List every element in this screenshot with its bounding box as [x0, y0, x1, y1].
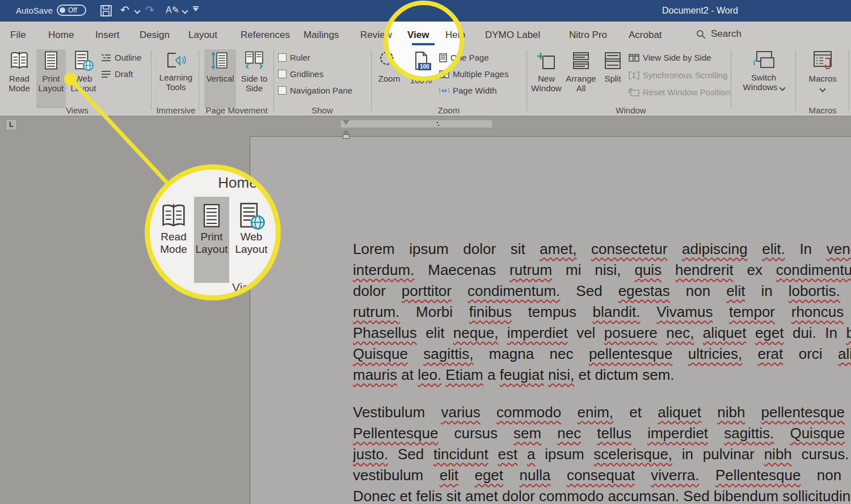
- arrange-all-icon: [571, 49, 591, 72]
- one-page-button[interactable]: One Page: [439, 53, 489, 62]
- text-line: interdum. Maecenas rutrum mi nisi, quis …: [353, 261, 851, 282]
- paragraph: Vestibulum varius commodo enim, et aliqu…: [353, 404, 851, 504]
- group-window: New Window Arrange All Split: [529, 48, 795, 115]
- first-line-indent-marker[interactable]: [343, 120, 349, 125]
- text-line: rutrum. Morbi finibus tempus blandit. Vi…: [353, 303, 851, 324]
- autosave-toggle[interactable]: Off: [57, 5, 86, 16]
- tab-design[interactable]: Design: [140, 29, 170, 41]
- tab-dymo-label[interactable]: DYMO Label: [485, 29, 540, 41]
- multiple-pages-button[interactable]: Multiple Pages: [439, 69, 508, 79]
- text-line: Quisque sagittis, magna nec pellentesque…: [353, 345, 851, 366]
- web-layout-button[interactable]: Web Layout: [68, 49, 99, 93]
- tab-insert[interactable]: Insert: [95, 29, 120, 41]
- text-line: vestibulum elit eget nulla consequat viv…: [353, 467, 851, 488]
- tab-view[interactable]: View: [407, 29, 429, 41]
- new-window-button[interactable]: New Window: [530, 49, 563, 93]
- vertical-button[interactable]: Vertical: [204, 49, 236, 108]
- reset-window-position-button: Reset Window Position: [629, 87, 730, 97]
- autosave-label: AutoSave: [16, 6, 53, 15]
- read-mode-button[interactable]: Read Mode: [5, 49, 34, 93]
- ruler-checkbox[interactable]: [278, 53, 287, 62]
- ruler-tick: [438, 125, 439, 126]
- text-line: Lorem ipsum dolor sit amet, consectetur …: [353, 240, 851, 261]
- tab-mailings[interactable]: Mailings: [304, 29, 339, 41]
- page-width-button[interactable]: Page Width: [439, 86, 497, 95]
- ink-dropdown-icon[interactable]: [182, 7, 188, 14]
- text-line: mauris at leo. Etiam a feugiat nisi, et …: [353, 366, 851, 387]
- tab-review[interactable]: Review: [360, 29, 392, 41]
- navigation-pane-checkbox[interactable]: [278, 86, 287, 95]
- group-label-page-movement: Page Movement: [201, 105, 272, 115]
- tab-help[interactable]: Help: [445, 29, 465, 41]
- tab-home[interactable]: Home: [48, 29, 74, 41]
- active-tab-underline: [412, 43, 435, 45]
- outline-icon: [101, 54, 111, 62]
- text-line: justo. Sed tincidunt est a ipsum sceleri…: [353, 446, 851, 467]
- save-icon[interactable]: [100, 5, 112, 17]
- gridlines-checkbox[interactable]: [278, 70, 287, 78]
- tab-references[interactable]: References: [241, 29, 290, 41]
- customize-quick-access-icon[interactable]: [193, 8, 199, 11]
- tab-file[interactable]: File: [10, 29, 26, 41]
- group-label-window: Window: [529, 105, 733, 115]
- side-to-side-button[interactable]: Side to Side: [238, 49, 270, 93]
- callout-web-layout-button: Web Layout: [231, 201, 271, 256]
- group-label-show: Show: [276, 105, 369, 115]
- zoom-icon: [378, 49, 400, 72]
- search-field[interactable]: Search: [696, 28, 742, 40]
- web-layout-icon: [73, 49, 94, 72]
- text-line: Phasellus elit neque, imperdiet vel posu…: [353, 324, 851, 345]
- callout-print-layout-icon: [199, 201, 224, 231]
- draft-button[interactable]: Draft: [101, 69, 133, 79]
- callout-read-mode-button: Read Mode: [155, 201, 192, 256]
- outline-button[interactable]: Outline: [101, 53, 142, 62]
- multiple-pages-icon: [439, 70, 449, 78]
- left-indent-marker[interactable]: [343, 134, 349, 139]
- split-button[interactable]: Split: [600, 49, 625, 83]
- tab-stop-selector[interactable]: L: [6, 119, 17, 130]
- draft-icon: [101, 70, 111, 78]
- learning-tools-button[interactable]: Learning Tools: [158, 49, 194, 92]
- reset-window-position-icon: [629, 88, 639, 96]
- group-label-zoom: Zoom: [373, 105, 524, 115]
- title-bar: AutoSave Off ↶ ↷ A✎ Document2 - Word: [0, 0, 851, 22]
- hanging-indent-marker[interactable]: [343, 129, 349, 134]
- print-layout-button[interactable]: Print Layout: [36, 49, 66, 108]
- view-side-by-side-icon: [629, 54, 639, 62]
- undo-icon[interactable]: ↶: [120, 3, 129, 16]
- group-label-views: Views: [5, 105, 150, 115]
- switch-windows-button[interactable]: Switch Windows: [735, 49, 792, 92]
- macros-dropdown-icon: [819, 86, 825, 92]
- zoom-100-button[interactable]: 100 100%: [406, 49, 436, 85]
- tab-acrobat[interactable]: Acrobat: [629, 29, 662, 41]
- group-immersive: Learning Tools Immersive: [153, 48, 199, 115]
- macros-button[interactable]: Macros: [800, 49, 845, 93]
- synchronous-scrolling-button: Synchronous Scrolling: [629, 70, 727, 80]
- zoom-button[interactable]: Zoom: [374, 49, 404, 83]
- gridlines-checkbox-row[interactable]: Gridlines: [278, 69, 323, 79]
- document-body-text[interactable]: Lorem ipsum dolor sit amet, consectetur …: [353, 240, 851, 504]
- ruler-tick: [437, 122, 438, 123]
- print-layout-icon: [41, 49, 61, 72]
- ruler-checkbox-row[interactable]: Ruler: [278, 53, 310, 62]
- tab-layout[interactable]: Layout: [188, 29, 217, 41]
- toggle-knob-icon: [60, 7, 65, 13]
- views-magnifier-callout: Home Read Mode Print Layout Web Layout V…: [145, 164, 281, 300]
- ribbon-tab-row: File Home Insert Design Layout Reference…: [0, 22, 851, 48]
- arrange-all-button[interactable]: Arrange All: [564, 49, 598, 93]
- macros-icon: [812, 49, 833, 72]
- navigation-pane-checkbox-row[interactable]: Navigation Pane: [278, 86, 352, 95]
- callout-print-layout-button: Print Layout: [194, 197, 229, 283]
- new-window-icon: [536, 49, 557, 72]
- callout-read-mode-icon: [160, 201, 187, 231]
- group-zoom: Zoom 100 100% One Page: [373, 48, 524, 115]
- ink-editor-icon[interactable]: A✎: [166, 5, 179, 15]
- tab-nitro-pro[interactable]: Nitro Pro: [569, 29, 607, 41]
- horizontal-ruler[interactable]: [340, 120, 492, 128]
- callout-web-layout-icon: [238, 201, 265, 231]
- one-page-icon: [439, 53, 447, 62]
- undo-dropdown-icon[interactable]: [134, 7, 140, 14]
- view-side-by-side-button[interactable]: View Side by Side: [629, 53, 711, 62]
- learning-tools-icon: [165, 49, 187, 71]
- paragraph: Lorem ipsum dolor sit amet, consectetur …: [353, 240, 851, 387]
